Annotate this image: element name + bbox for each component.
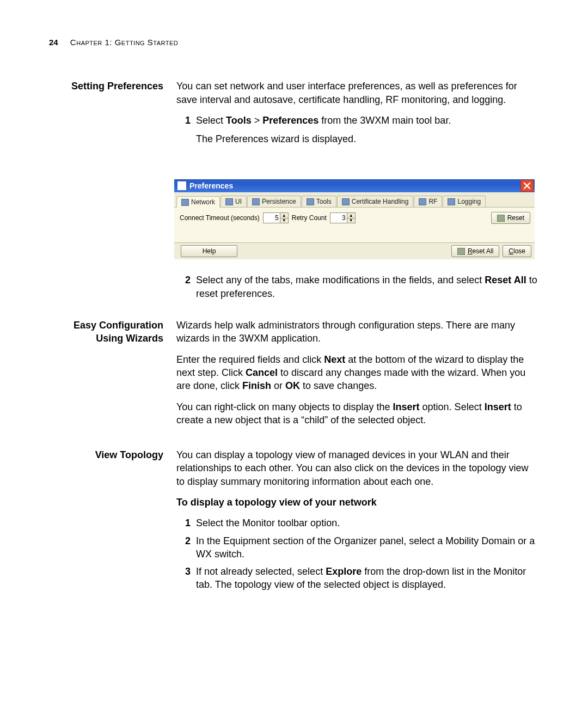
- tab-rf[interactable]: RF: [414, 196, 442, 207]
- step-text: If not already selected, select Explore …: [196, 565, 539, 592]
- spinner-up-icon[interactable]: ▲: [347, 213, 355, 218]
- tab-ui[interactable]: UI: [220, 196, 247, 207]
- window-footer: Help Reset All Close: [174, 243, 535, 259]
- topology-intro: You can display a topology view of manag…: [176, 448, 539, 488]
- close-icon: [523, 181, 531, 190]
- preferences-window: Preferences Network: [174, 179, 535, 259]
- step-text: In the Equipment section of the Organize…: [196, 534, 539, 561]
- step-number: 3: [176, 565, 196, 592]
- reset-button[interactable]: Reset: [491, 212, 530, 224]
- margin-heading-easy-configuration: Easy Configuration Using Wizards: [49, 319, 176, 345]
- step-text: Select Tools > Preferences from the 3WXM…: [196, 114, 539, 154]
- ui-icon: [225, 198, 233, 205]
- wizards-p3: You can right-click on many objects to d…: [176, 400, 539, 427]
- app-icon: [177, 181, 186, 190]
- connect-timeout-label: Connect Timeout (seconds): [180, 214, 260, 222]
- tab-certificate-handling[interactable]: Certificate Handling: [337, 196, 414, 207]
- step-number: 1: [176, 516, 196, 530]
- section-setting-preferences: Setting Preferences You can set network …: [49, 80, 539, 157]
- window-title: Preferences: [189, 181, 233, 191]
- close-button[interactable]: Close: [503, 245, 531, 257]
- spinner-down-icon[interactable]: ▼: [280, 218, 288, 223]
- tab-persistence[interactable]: Persistence: [247, 196, 301, 207]
- section-view-topology: View Topology You can display a topology…: [49, 448, 539, 596]
- tab-logging[interactable]: Logging: [443, 196, 486, 207]
- topology-steps: 1 Select the Monitor toolbar option. 2 I…: [176, 516, 539, 591]
- tab-strip: Network UI Persistence Tools Cer: [174, 192, 535, 208]
- retry-count-spinner[interactable]: ▲ ▼: [330, 212, 356, 223]
- spinner-down-icon[interactable]: ▼: [347, 218, 355, 223]
- page: 24 Chapter 1: Getting Started Setting Pr…: [0, 0, 588, 706]
- step-number: 1: [176, 114, 196, 154]
- setting-prefs-intro: You can set network and user interface p…: [176, 80, 539, 106]
- reset-icon: [497, 215, 505, 222]
- step-number: 2: [176, 534, 196, 561]
- wizards-p1: Wizards help walk administrators through…: [176, 319, 539, 345]
- tab-network[interactable]: Network: [176, 196, 220, 208]
- persistence-icon: [252, 198, 260, 205]
- step1-sub: The Preferences wizard is displayed.: [196, 132, 539, 145]
- reset-all-icon: [457, 248, 465, 255]
- setting-prefs-steps-continued: 2 Select any of the tabs, make modificat…: [176, 273, 539, 300]
- network-icon: [181, 199, 189, 206]
- certificate-icon: [342, 198, 350, 205]
- logging-icon: [448, 198, 455, 205]
- tools-icon: [307, 198, 314, 205]
- margin-heading-view-topology: View Topology: [49, 448, 176, 461]
- preferences-window-screenshot: Preferences Network: [174, 179, 539, 259]
- step-text: Select any of the tabs, make modificatio…: [196, 273, 539, 300]
- window-close-button[interactable]: [520, 180, 534, 192]
- retry-count-input[interactable]: [330, 213, 347, 223]
- step-text: Select the Monitor toolbar option.: [196, 516, 539, 530]
- spinner-up-icon[interactable]: ▲: [280, 213, 288, 218]
- wizards-p2: Enter the required fields and click Next…: [176, 353, 539, 393]
- margin-heading-setting-preferences: Setting Preferences: [49, 80, 176, 93]
- tab-tools[interactable]: Tools: [302, 196, 336, 207]
- section-easy-configuration: Easy Configuration Using Wizards Wizards…: [49, 319, 539, 434]
- topology-subhead: To display a topology view of your netwo…: [176, 496, 539, 509]
- tab-panel-network: Connect Timeout (seconds) ▲ ▼ Retry Coun…: [174, 208, 535, 243]
- help-button[interactable]: Help: [181, 245, 237, 257]
- setting-prefs-steps: 1 Select Tools > Preferences from the 3W…: [176, 114, 539, 154]
- running-header: 24 Chapter 1: Getting Started: [49, 37, 539, 48]
- reset-all-button[interactable]: Reset All: [451, 245, 499, 257]
- window-titlebar[interactable]: Preferences: [174, 179, 535, 192]
- retry-count-label: Retry Count: [292, 214, 327, 222]
- page-number: 24: [49, 38, 58, 47]
- chapter-title: Chapter 1: Getting Started: [70, 38, 178, 47]
- connect-timeout-input[interactable]: [264, 213, 280, 223]
- rf-icon: [419, 198, 426, 205]
- connect-timeout-spinner[interactable]: ▲ ▼: [263, 212, 289, 223]
- step-number: 2: [176, 273, 196, 300]
